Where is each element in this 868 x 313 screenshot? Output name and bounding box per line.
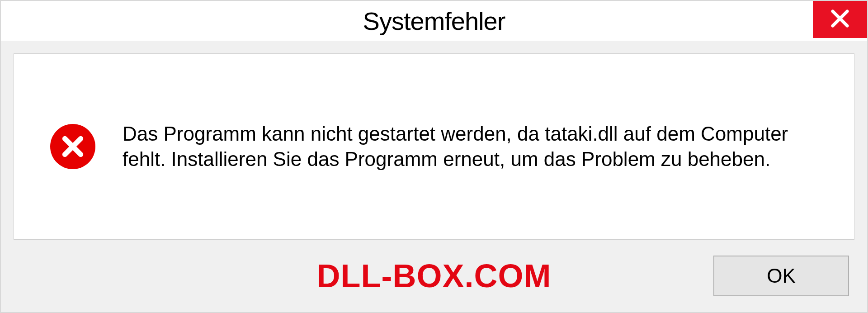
watermark-text: DLL-BOX.COM — [317, 257, 552, 294]
error-dialog: Systemfehler Das Programm kann nicht ges… — [0, 0, 868, 313]
error-message: Das Programm kann nicht gestartet werden… — [123, 121, 827, 172]
titlebar: Systemfehler — [1, 1, 867, 41]
content-area: Das Programm kann nicht gestartet werden… — [14, 53, 854, 240]
dialog-title: Systemfehler — [363, 6, 505, 36]
close-icon — [829, 8, 851, 31]
close-button[interactable] — [813, 1, 867, 38]
error-icon — [50, 124, 95, 169]
ok-button[interactable]: OK — [713, 256, 849, 296]
dialog-footer: DLL-BOX.COM OK — [1, 240, 867, 312]
